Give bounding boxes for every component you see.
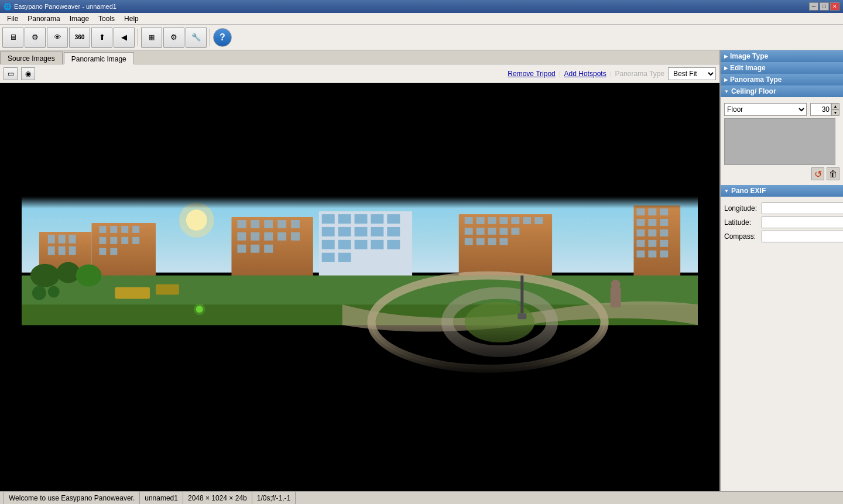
status-info: 1/0s;f/-1,-1 (252, 492, 296, 504)
cf-type-select[interactable]: Floor Ceiling (724, 103, 807, 116)
close-button[interactable]: ✕ (830, 2, 839, 11)
frame-icon: ▭ (8, 70, 14, 78)
ceiling-floor-content: Floor Ceiling 30 ▲ ▼ ↺ 🗑 (721, 97, 843, 185)
pano-svg (0, 83, 719, 491)
back-icon: ◀ (121, 33, 127, 42)
cf-action-row: ↺ 🗑 (724, 167, 839, 180)
svg-rect-61 (523, 217, 531, 224)
compass-input[interactable] (762, 231, 843, 242)
spin-down-button[interactable]: ▼ (831, 109, 839, 116)
canvas-area[interactable] (0, 83, 719, 491)
svg-rect-59 (499, 217, 508, 224)
svg-rect-78 (660, 219, 668, 226)
remove-tripod-link[interactable]: Remove Tripod (508, 70, 555, 78)
section-panorama-type-header[interactable]: ▶ Panorama Type (721, 74, 843, 85)
preview-icon: 👁 (54, 33, 61, 42)
image-toolbar: ▭ ◉ Remove Tripod | Add Hotspots | Panor… (0, 64, 719, 83)
export-icon: ⬆ (99, 33, 105, 42)
svg-rect-11 (69, 246, 76, 255)
compass-row: Compass: 🔗 (724, 231, 839, 242)
svg-rect-45 (355, 227, 368, 236)
latitude-input[interactable] (762, 217, 843, 228)
svg-point-106 (194, 303, 205, 315)
section-pano-exif-header[interactable]: ▼ Pano EXIF (721, 185, 843, 197)
decode-icon: ▦ (149, 33, 155, 41)
latitude-label: Latitude: (724, 218, 759, 227)
section-edit-image-header[interactable]: ▶ Edit Image (721, 62, 843, 74)
svg-rect-82 (636, 240, 645, 247)
image-type-label: Image Type (730, 52, 768, 60)
svg-rect-28 (291, 220, 300, 228)
tb-decode-button[interactable]: ▦ (141, 27, 162, 48)
menu-help[interactable]: Help (119, 13, 143, 24)
svg-point-101 (32, 286, 46, 300)
longitude-input[interactable] (762, 203, 843, 214)
svg-rect-36 (264, 245, 273, 253)
status-filename: unnamed1 (140, 492, 183, 504)
svg-rect-83 (648, 240, 656, 247)
cf-apply-button[interactable]: ↺ (811, 167, 824, 180)
view-select[interactable]: Best Fit 100% 50% 25% Fit Width Fit Heig… (668, 67, 716, 80)
section-image-type-header[interactable]: ▶ Image Type (721, 50, 843, 62)
help-icon: ? (220, 32, 225, 43)
svg-rect-77 (648, 219, 656, 226)
spin-up-button[interactable]: ▲ (831, 103, 839, 109)
edit-image-arrow: ▶ (724, 66, 728, 71)
svg-rect-74 (648, 208, 656, 215)
tb-back-button[interactable]: ◀ (114, 27, 135, 48)
svg-rect-50 (355, 240, 368, 249)
minimize-button[interactable]: ─ (809, 2, 818, 11)
svg-rect-34 (237, 245, 246, 253)
right-panel: ▶ Image Type ▶ Edit Image ▶ Panorama Typ… (720, 50, 843, 491)
tab-source-images[interactable]: Source Images (0, 52, 63, 64)
tb-help-button[interactable]: ? (213, 28, 232, 47)
tb-stitch-button[interactable]: ⚙ (25, 27, 46, 48)
cf-select-row: Floor Ceiling 30 ▲ ▼ (724, 103, 839, 116)
tb-export-button[interactable]: ⬆ (91, 27, 112, 48)
svg-rect-80 (648, 229, 656, 236)
tb-360-button[interactable]: 360 (69, 27, 90, 48)
svg-rect-76 (636, 219, 645, 226)
title-bar-title: Easypano Panoweaver - unnamed1 (14, 3, 116, 10)
menu-panorama[interactable]: Panorama (23, 13, 64, 24)
svg-rect-79 (636, 229, 645, 236)
menu-file[interactable]: File (2, 13, 23, 24)
center-panel: Source Images Panoramic Image ▭ ◉ Remove… (0, 50, 720, 491)
svg-rect-86 (648, 251, 656, 258)
add-hotspots-link[interactable]: Add Hotspots (564, 70, 606, 78)
svg-rect-39 (338, 214, 351, 224)
svg-rect-48 (322, 240, 335, 249)
maximize-button[interactable]: □ (820, 2, 829, 11)
menu-image[interactable]: Image (65, 13, 94, 24)
menu-tools[interactable]: Tools (94, 13, 119, 24)
cf-value-input[interactable]: 30 (810, 103, 831, 116)
pano-exif-arrow: ▼ (724, 188, 729, 194)
panorama-type-label: Panorama Type (615, 70, 665, 78)
svg-rect-41 (371, 214, 383, 224)
svg-rect-20 (132, 237, 139, 244)
svg-rect-67 (511, 228, 519, 235)
tb-settings2-button[interactable]: 🔧 (186, 27, 207, 48)
svg-rect-15 (121, 226, 128, 233)
svg-rect-17 (99, 237, 106, 244)
svg-rect-68 (465, 238, 473, 245)
svg-rect-52 (387, 240, 400, 249)
title-bar-controls[interactable]: ─ □ ✕ (809, 2, 839, 11)
svg-rect-110 (22, 378, 698, 491)
tb-preview-button[interactable]: 👁 (47, 27, 68, 48)
settings2-icon: 🔧 (191, 33, 201, 42)
tab-panoramic-image[interactable]: Panoramic Image (64, 52, 134, 64)
cf-delete-button[interactable]: 🗑 (827, 167, 839, 180)
pano-exif-label: Pano EXIF (731, 187, 766, 195)
tb-settings1-button[interactable]: ⚙ (163, 27, 184, 48)
svg-rect-51 (371, 240, 383, 249)
svg-rect-84 (660, 240, 668, 247)
compass-label: Compass: (724, 232, 759, 241)
svg-rect-18 (110, 237, 117, 244)
sphere-view-button[interactable]: ◉ (21, 67, 35, 80)
frame-view-button[interactable]: ▭ (4, 67, 18, 80)
section-ceiling-floor-header[interactable]: ▼ Ceiling/ Floor (721, 85, 843, 97)
ceiling-floor-arrow: ▼ (724, 89, 729, 94)
tb-new-button[interactable]: 🖥 (2, 27, 23, 48)
pano-exif-content: Longitude: 🔗 Latitude: Compass: 🔗 (721, 197, 843, 248)
